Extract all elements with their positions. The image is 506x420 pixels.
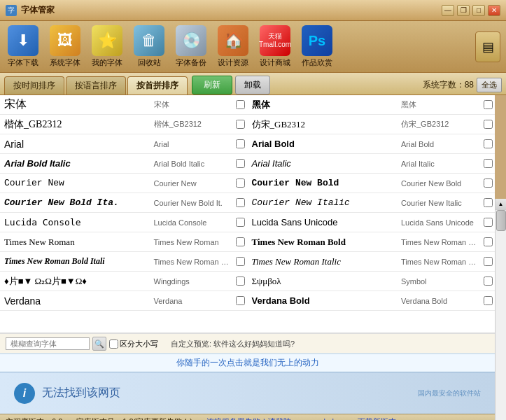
scrollbar[interactable]: ▲ ▼ — [495, 199, 506, 420]
table-row[interactable]: 宋体宋体黑体黑体 — [0, 95, 495, 115]
font-check-right[interactable] — [481, 120, 495, 129]
font-check-right[interactable] — [481, 139, 495, 148]
font-check-left[interactable] — [234, 120, 248, 129]
font-check-left[interactable] — [234, 100, 248, 109]
font-check-left[interactable] — [234, 139, 248, 148]
tab-pinyin-sort[interactable]: 按首拼排序 — [127, 76, 188, 94]
font-checkbox-left[interactable] — [236, 218, 245, 227]
font-preview-right: 黑体 — [248, 97, 398, 113]
font-check-left[interactable] — [234, 237, 248, 246]
toolbar-ps[interactable]: Ps 作品欣赏 — [300, 25, 335, 68]
nav-info: 系统字数：88 全选 — [423, 78, 502, 92]
table-row[interactable]: VerdanaVerdanaVerdana BoldVerdana Bold — [0, 291, 495, 311]
scroll-track[interactable] — [496, 210, 506, 420]
font-check-left[interactable] — [234, 276, 248, 286]
font-checkbox-left[interactable] — [236, 296, 245, 305]
menu-button[interactable]: ▤ — [475, 31, 500, 62]
font-check-right[interactable] — [481, 218, 495, 227]
tab-lang-sort[interactable]: 按语言排序 — [66, 76, 126, 94]
font-check-left[interactable] — [234, 296, 248, 305]
font-check-right[interactable] — [481, 100, 495, 109]
font-check-right[interactable] — [481, 276, 495, 286]
case-sensitive-check[interactable]: 区分大小写 — [109, 339, 158, 349]
search-box: 🔍 区分大小写 — [6, 337, 158, 351]
select-all-button[interactable]: 全选 — [477, 78, 502, 92]
font-checkbox-left[interactable] — [236, 257, 245, 266]
font-name-left: Courier New — [150, 178, 234, 189]
font-check-right[interactable] — [481, 237, 495, 246]
font-check-right[interactable] — [481, 198, 495, 207]
font-check-left[interactable] — [234, 178, 248, 188]
font-checkbox-left[interactable] — [236, 100, 245, 109]
font-checkbox-right[interactable] — [484, 276, 493, 286]
search-input[interactable] — [6, 337, 90, 350]
font-table-container[interactable]: 宋体宋体黑体黑体楷体_GB2312楷体_GB2312仿宋_GB2312仿宋_GB… — [0, 95, 495, 333]
scroll-thumb[interactable] — [496, 210, 506, 231]
font-check-left[interactable] — [234, 218, 248, 227]
search-button[interactable]: 🔍 — [92, 337, 106, 351]
table-row[interactable]: Courier New Bold Ita.Courier New Bold It… — [0, 193, 495, 213]
font-check-right[interactable] — [481, 159, 495, 168]
font-name-right: Times New Roman Ita — [397, 256, 481, 267]
font-checkbox-right[interactable] — [484, 120, 493, 129]
table-row[interactable]: Times New Roman Bold ItaliTimes New Roma… — [0, 252, 495, 272]
close-button[interactable]: ✕ — [488, 5, 500, 16]
preview-text: 自定义预览: 软件这么好妈妈知道吗? — [171, 339, 295, 349]
tab-time-sort[interactable]: 按时间排序 — [4, 76, 64, 94]
toolbar-backup[interactable]: 💿 字体备份 — [174, 25, 209, 68]
font-checkbox-left[interactable] — [236, 139, 245, 148]
font-checkbox-right[interactable] — [484, 218, 493, 227]
font-name-left: 宋体 — [150, 98, 234, 111]
toolbar-design[interactable]: 🏠 设计资源 — [216, 25, 251, 68]
font-check-left[interactable] — [234, 198, 248, 207]
font-checkbox-left[interactable] — [236, 198, 245, 207]
font-checkbox-right[interactable] — [484, 139, 493, 148]
table-row[interactable]: Courier NewCourier NewCourier New BoldCo… — [0, 174, 495, 193]
font-checkbox-left[interactable] — [236, 276, 245, 286]
font-check-right[interactable] — [481, 257, 495, 266]
toolbar-right: ▤ — [475, 31, 500, 62]
font-checkbox-left[interactable] — [236, 237, 245, 246]
table-row[interactable]: 楷体_GB2312楷体_GB2312仿宋_GB2312仿宋_GB2312 — [0, 115, 495, 134]
case-label: 区分大小写 — [120, 339, 158, 349]
table-row[interactable]: ♦片■▼ Ω₂Ω片■▼Ω♦WingdingsΣψμβολSymbol — [0, 272, 495, 291]
trash-label: 回收站 — [138, 57, 161, 68]
table-row[interactable]: Lucida ConsoleLucida ConsoleLucida Sans … — [0, 213, 495, 232]
font-check-left[interactable] — [234, 257, 248, 266]
font-preview-right: 仿宋_GB2312 — [248, 117, 398, 132]
font-name-right: Arial Bold — [397, 139, 481, 150]
font-checkbox-left[interactable] — [236, 178, 245, 188]
title-bar-left: 字 字体管家 — [6, 4, 55, 16]
font-check-right[interactable] — [481, 178, 495, 188]
font-checkbox-left[interactable] — [236, 159, 245, 168]
table-row[interactable]: ArialArialArial BoldArial Bold — [0, 134, 495, 154]
server-status[interactable]: 连接服务器失败！请登陆www.wanhaha.com下载新版本 — [206, 416, 396, 420]
font-checkbox-right[interactable] — [484, 178, 493, 188]
font-checkbox-right[interactable] — [484, 100, 493, 109]
delete-button[interactable]: 卸载 — [235, 76, 270, 94]
font-check-right[interactable] — [481, 296, 495, 305]
font-checkbox-right[interactable] — [484, 237, 493, 246]
restore-button[interactable]: ❐ — [457, 5, 470, 16]
toolbar-download[interactable]: ⬇ 字体下载 — [6, 25, 41, 68]
font-checkbox-right[interactable] — [484, 159, 493, 168]
font-check-left[interactable] — [234, 159, 248, 168]
window-title: 字体管家 — [21, 4, 55, 16]
toolbar-trash[interactable]: 🗑 回收站 — [132, 25, 167, 68]
font-name-left: Times New Roman — [150, 237, 234, 248]
case-checkbox[interactable] — [109, 340, 118, 349]
toolbar-system[interactable]: 🖼 系统字体 — [48, 25, 83, 68]
font-checkbox-right[interactable] — [484, 257, 493, 266]
table-row[interactable]: Arial Bold ItalicArial Bold ItalicArial … — [0, 154, 495, 174]
minimize-button[interactable]: — — [442, 5, 454, 16]
refresh-button[interactable]: 刷新 — [192, 76, 232, 94]
ad-link[interactable]: 你随手的一次点击就是我们无上的动力 — [176, 358, 319, 368]
font-checkbox-right[interactable] — [484, 198, 493, 207]
scroll-up-arrow[interactable]: ▲ — [496, 199, 507, 210]
font-checkbox-right[interactable] — [484, 296, 493, 305]
table-row[interactable]: Times New RomanTimes New RomanTimes New … — [0, 232, 495, 252]
toolbar-my-fonts[interactable]: ⭐ 我的字体 — [90, 25, 125, 68]
toolbar-shop[interactable]: 天猫Tmall.com 设计商城 — [258, 25, 293, 68]
font-checkbox-left[interactable] — [236, 120, 245, 129]
maximize-button[interactable]: □ — [472, 5, 485, 16]
